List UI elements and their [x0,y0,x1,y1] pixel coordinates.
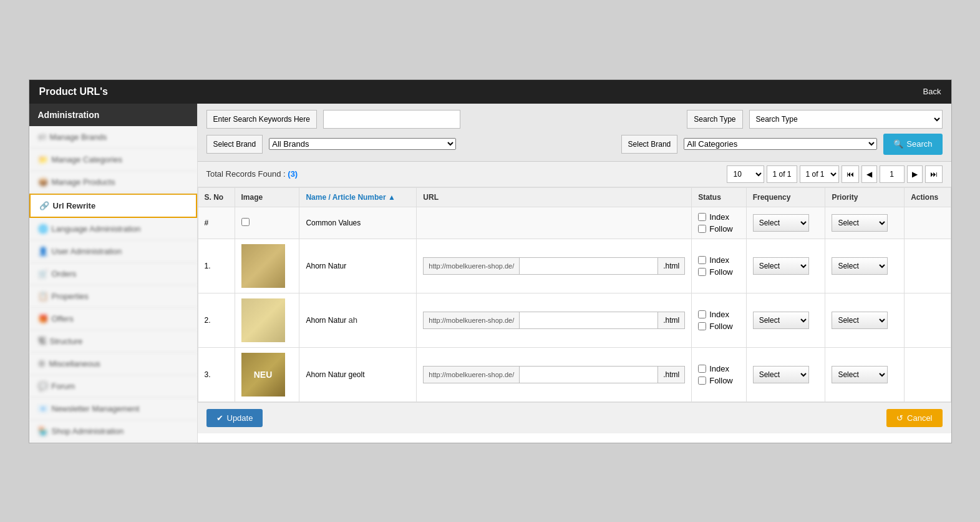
index-check-1[interactable] [698,256,706,264]
url-suffix-3: .html [657,366,685,383]
manage-categories-icon: 📁 [38,155,48,164]
sidebar-item-miscellaneous[interactable]: ⚙Miscellaneous [29,353,197,375]
url-field-2[interactable] [520,312,657,329]
sno-3: 3. [198,347,235,401]
brand-select-1[interactable]: All Brands Brand A [269,138,456,150]
url-suffix-2: .html [657,312,685,329]
sidebar-header: Administration [29,104,197,126]
table-row-3: 3. NEU Ahorn Natur geolt http://mobelkue… [198,347,951,401]
sno-2: 2. [198,293,235,347]
col-name[interactable]: Name / Article Number ▲ [299,187,417,207]
next-page-button[interactable]: ▶ [907,165,923,183]
page-title: Product URL's [39,86,108,97]
frequency-select-1[interactable]: SelectAlwaysDailyWeekly [753,257,809,275]
update-button[interactable]: ✔ Update [206,409,263,427]
col-actions: Actions [905,187,951,207]
actions-1 [905,239,951,293]
index-check-common[interactable] [698,213,706,221]
prev-page-button[interactable]: ◀ [861,165,877,183]
search-row-1: Enter Search Keywords Here Search Type S… [206,110,943,129]
priority-select-1[interactable]: Select0.51.0 [832,257,888,275]
footer-actions: ✔ Update ↺ Cancel [198,402,951,433]
common-checkbox[interactable] [241,218,250,226]
frequency-select-2[interactable]: SelectAlwaysDailyWeekly [753,312,809,329]
sidebar-item-structure[interactable]: 🏗Structure [29,330,197,353]
keywords-label: Enter Search Keywords Here [206,110,317,129]
image-1 [235,239,299,293]
index-check-3[interactable] [698,365,706,373]
sidebar-item-offers[interactable]: 🎁Offers [29,308,197,330]
newsletter-management-icon: 📧 [38,404,48,413]
properties-icon: 📋 [38,292,48,301]
sno-1: 1. [198,239,235,293]
table-header-row: S. No Image Name / Article Number ▲ URL … [198,187,951,207]
follow-check-1[interactable] [698,268,706,276]
url-prefix-2: http://mobelkueren-shop.de/ [423,312,520,329]
sidebar-item-shop-admin[interactable]: 🏪Shop Administration [29,420,197,443]
priority-select-common[interactable]: Select0.51.0 [832,214,888,232]
search-button[interactable]: 🔍 Search [883,134,942,155]
orders-icon: 🛒 [38,269,48,278]
total-records: Total Records Found : (3) [206,169,298,179]
frequency-2: SelectAlwaysDailyWeekly [746,293,825,347]
image-common [235,207,299,239]
sidebar-item-language-admin[interactable]: 🌐Language Administration [29,218,197,240]
main-layout: Administration 🏷Manage Brands📁Manage Cat… [29,104,951,443]
page-info: 1 of 1 [767,165,797,183]
url-rewrite-icon: 🔗 [39,201,49,210]
sidebar-item-url-rewrite[interactable]: 🔗Url Rewrite [29,194,197,218]
search-type-select[interactable]: Search Type Name Article Number URL [749,110,943,129]
refresh-icon: ↺ [896,413,903,423]
per-page-select[interactable]: 102550100 [727,165,764,183]
miscellaneous-icon: ⚙ [38,359,46,368]
frequency-3: SelectAlwaysDailyWeekly [746,347,825,401]
index-check-2[interactable] [698,310,706,318]
frequency-1: SelectAlwaysDailyWeekly [746,239,825,293]
shop-admin-icon: 🏪 [38,426,48,436]
structure-icon: 🏗 [38,337,46,346]
follow-check-3[interactable] [698,377,706,385]
status-1: Index Follow [692,239,746,293]
url-field-1[interactable] [520,257,657,275]
frequency-select-3[interactable]: SelectAlwaysDailyWeekly [753,366,809,383]
url-field-3[interactable] [520,366,657,383]
sidebar-item-forum[interactable]: 💬Forum [29,375,197,398]
col-image: Image [235,187,299,207]
last-page-button[interactable]: ⏭ [925,165,943,183]
page-info-select[interactable]: 1 of 1 [800,165,839,183]
url-1: http://mobelkueren-shop.de/ .html [417,239,692,293]
sidebar-item-orders[interactable]: 🛒Orders [29,263,197,285]
sidebar-item-properties[interactable]: 📋Properties [29,285,197,308]
search-type-label: Search Type [687,110,742,129]
follow-check-common[interactable] [698,225,706,233]
actions-2 [905,293,951,347]
col-status: Status [692,187,746,207]
page-number-input[interactable] [880,165,905,183]
search-icon: 🔍 [893,139,903,149]
sidebar-item-newsletter-management[interactable]: 📧Newsletter Management [29,398,197,420]
sidebar-item-manage-categories[interactable]: 📁Manage Categories [29,149,197,171]
name-3: Ahorn Natur geolt [299,347,417,401]
sidebar-item-manage-products[interactable]: 📦Manage Products [29,171,197,194]
data-table: S. No Image Name / Article Number ▲ URL … [198,187,951,402]
url-prefix-1: http://mobelkueren-shop.de/ [423,257,520,275]
cancel-button[interactable]: ↺ Cancel [886,409,942,427]
priority-select-2[interactable]: Select0.51.0 [832,312,888,329]
sidebar-item-manage-brands[interactable]: 🏷Manage Brands [29,126,197,149]
follow-check-2[interactable] [698,322,706,330]
brand-label-2: Select Brand [621,135,678,154]
priority-select-3[interactable]: Select0.51.0 [832,366,888,383]
sidebar-item-user-admin[interactable]: 👤User Administration [29,240,197,263]
category-select[interactable]: All Categories Category A [684,138,877,150]
first-page-button[interactable]: ⏮ [842,165,859,183]
main-content: Enter Search Keywords Here Search Type S… [198,104,951,443]
back-button[interactable]: Back [923,87,941,96]
frequency-select-common[interactable]: SelectAlwaysDailyWeekly [753,214,809,232]
search-input[interactable] [323,110,460,129]
pagination: 102550100 1 of 1 1 of 1 ⏮ ◀ ▶ ⏭ [727,165,942,183]
frequency-common: SelectAlwaysDailyWeekly [746,207,825,239]
actions-common [905,207,951,239]
url-common [417,207,692,239]
url-prefix-3: http://mobelkueren-shop.de/ [423,366,520,383]
col-url: URL [417,187,692,207]
